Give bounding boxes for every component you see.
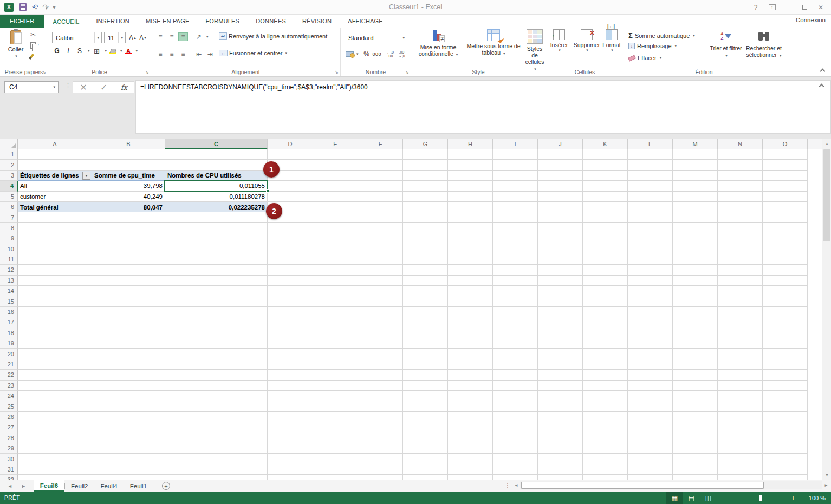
cell-D13[interactable] <box>268 276 313 286</box>
cell-K7[interactable] <box>583 212 628 222</box>
cell-F7[interactable] <box>358 212 403 222</box>
cell-O5[interactable] <box>763 192 808 202</box>
cell-A27[interactable] <box>18 422 92 433</box>
cell-B10[interactable] <box>92 244 165 254</box>
sort-filter-button[interactable]: AZ Trier et filtrer ▾ <box>709 29 743 74</box>
cell-N6[interactable] <box>718 202 763 212</box>
row-header-21[interactable]: 21 <box>0 359 18 370</box>
cell-M19[interactable] <box>673 338 718 349</box>
cell-A22[interactable] <box>18 370 92 380</box>
cell-B13[interactable] <box>92 276 165 286</box>
cell-L8[interactable] <box>628 223 673 233</box>
cell-A19[interactable] <box>18 338 92 349</box>
vertical-scroll-thumb[interactable] <box>823 149 830 241</box>
cell-H25[interactable] <box>448 401 493 411</box>
sheet-nav-left-arrow[interactable]: ◄ <box>8 483 12 489</box>
cell-A11[interactable] <box>18 254 92 265</box>
cell-H15[interactable] <box>448 296 493 306</box>
cell-D29[interactable] <box>268 443 313 454</box>
cell-J31[interactable] <box>538 464 583 475</box>
cell-I15[interactable] <box>493 296 538 306</box>
tab-affichage[interactable]: AFFICHAGE <box>340 15 391 28</box>
cell-F25[interactable] <box>358 401 403 411</box>
restore-button[interactable] <box>797 2 811 13</box>
cell-G13[interactable] <box>403 276 448 286</box>
italic-button[interactable]: I <box>64 46 73 56</box>
cell-K15[interactable] <box>583 296 628 306</box>
cell-I10[interactable] <box>493 244 538 254</box>
cell-D28[interactable] <box>268 433 313 443</box>
cell-C18[interactable] <box>165 328 268 338</box>
cell-N25[interactable] <box>718 401 763 411</box>
scroll-down-arrow[interactable]: ▼ <box>822 470 831 480</box>
cell-N26[interactable] <box>718 412 763 422</box>
cell-G2[interactable] <box>403 160 448 170</box>
cell-E16[interactable] <box>313 307 358 317</box>
cell-H28[interactable] <box>448 433 493 443</box>
cell-A14[interactable] <box>18 286 92 296</box>
cell-O10[interactable] <box>763 244 808 254</box>
cell-H1[interactable] <box>448 149 493 160</box>
cell-A29[interactable] <box>18 443 92 454</box>
cell-E25[interactable] <box>313 401 358 411</box>
cell-E23[interactable] <box>313 381 358 391</box>
cell-K25[interactable] <box>583 401 628 411</box>
cell-O31[interactable] <box>763 464 808 475</box>
cell-O4[interactable] <box>763 181 808 191</box>
underline-dropdown[interactable]: ▾ <box>88 49 90 53</box>
sheet-tab-feuil2[interactable]: Feuil2 <box>65 480 94 492</box>
cell-M3[interactable] <box>673 171 718 181</box>
cell-I14[interactable] <box>493 286 538 296</box>
align-center-button[interactable]: ≡ <box>167 50 177 58</box>
align-top-button[interactable]: ≡ <box>155 32 165 41</box>
cell-L13[interactable] <box>628 276 673 286</box>
cell-E30[interactable] <box>313 454 358 464</box>
cell-J4[interactable] <box>538 181 583 191</box>
account-connexion[interactable]: Connexion <box>796 17 826 23</box>
cell-N27[interactable] <box>718 422 763 433</box>
cell-L30[interactable] <box>628 454 673 464</box>
align-left-button[interactable]: ≡ <box>155 50 165 58</box>
cell-G30[interactable] <box>403 454 448 464</box>
row-header-15[interactable]: 15 <box>0 296 18 306</box>
cell-C14[interactable] <box>165 286 268 296</box>
cell-E21[interactable] <box>313 359 358 370</box>
cell-K30[interactable] <box>583 454 628 464</box>
cell-H30[interactable] <box>448 454 493 464</box>
cell-C27[interactable] <box>165 422 268 433</box>
cell-O16[interactable] <box>763 307 808 317</box>
merge-center-dropdown[interactable]: ▾ <box>285 51 287 55</box>
cell-L15[interactable] <box>628 296 673 306</box>
increase-decimal-button[interactable]: ←.0.00 <box>387 50 394 58</box>
row-header-11[interactable]: 11 <box>0 254 18 265</box>
cell-B27[interactable] <box>92 422 165 433</box>
cell-J5[interactable] <box>538 192 583 202</box>
cell-J13[interactable] <box>538 276 583 286</box>
cell-M30[interactable] <box>673 454 718 464</box>
row-header-25[interactable]: 25 <box>0 401 18 411</box>
cell-A23[interactable] <box>18 381 92 391</box>
cell-I23[interactable] <box>493 381 538 391</box>
cell-O20[interactable] <box>763 349 808 359</box>
cell-J21[interactable] <box>538 359 583 370</box>
cell-A10[interactable] <box>18 244 92 254</box>
cell-F22[interactable] <box>358 370 403 380</box>
cell-B7[interactable] <box>92 212 165 222</box>
name-box-dropdown[interactable]: ▾ <box>50 82 58 93</box>
cell-N10[interactable] <box>718 244 763 254</box>
cell-I17[interactable] <box>493 317 538 328</box>
accounting-format-dropdown[interactable]: ▾ <box>356 52 359 56</box>
cell-C10[interactable] <box>165 244 268 254</box>
cell-L28[interactable] <box>628 433 673 443</box>
cell-H16[interactable] <box>448 307 493 317</box>
cell-E7[interactable] <box>313 212 358 222</box>
cell-B19[interactable] <box>92 338 165 349</box>
cell-D18[interactable] <box>268 328 313 338</box>
percent-style-button[interactable]: % <box>362 49 371 59</box>
cell-G27[interactable] <box>403 422 448 433</box>
cell-H14[interactable] <box>448 286 493 296</box>
cell-B6[interactable]: 80,047 <box>92 202 165 212</box>
cell-M10[interactable] <box>673 244 718 254</box>
cell-B1[interactable] <box>92 149 165 160</box>
row-header-16[interactable]: 16 <box>0 307 18 317</box>
